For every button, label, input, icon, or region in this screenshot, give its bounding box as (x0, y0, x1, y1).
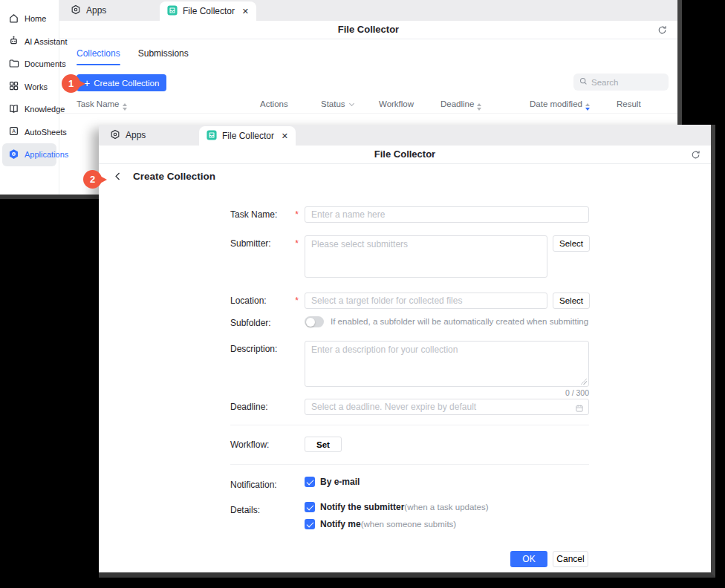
workflow-set-button[interactable]: Set (305, 437, 342, 452)
book-icon (8, 103, 19, 116)
checkbox-checked-icon[interactable] (305, 502, 315, 512)
sidebar-item-autosheets[interactable]: A AutoSheets (0, 121, 59, 144)
app-tab-bar: Apps File Collector (59, 0, 677, 21)
subfolder-label: Subfolder: (230, 315, 305, 328)
details-row: Details: Notify the submitter (when a ta… (230, 502, 489, 529)
deadline-label: Deadline: (230, 399, 305, 412)
submitter-label: Submitter: * (230, 235, 305, 249)
sort-icon-active[interactable] (585, 103, 590, 111)
deadline-input[interactable] (305, 399, 589, 415)
tab-submissions[interactable]: Submissions (138, 48, 189, 65)
notify-submitter-label: Notify the submitter (320, 502, 404, 512)
notify-submitter-hint: (when a task updates) (404, 503, 488, 512)
tab-apps-label: Apps (126, 130, 146, 140)
location-input[interactable] (305, 293, 547, 309)
file-collector-icon (207, 130, 217, 143)
create-collection-heading: Create Collection (113, 171, 215, 182)
task-name-label: Task Name: * (230, 206, 305, 220)
tab-collections[interactable]: Collections (77, 48, 120, 65)
tab-apps-label: Apps (86, 5, 106, 16)
resize-handle-icon[interactable] (581, 379, 587, 385)
location-select-button[interactable]: Select (553, 293, 590, 309)
submitter-input[interactable] (305, 235, 547, 278)
checkbox-checked-icon[interactable] (305, 519, 315, 529)
notification-label: Notification: (230, 477, 305, 490)
sort-icon[interactable] (123, 103, 127, 111)
location-row: Location: * Select (230, 293, 590, 309)
ai-assistant-icon (8, 35, 19, 48)
details-label: Details: (230, 502, 305, 515)
task-name-row: Task Name: * (230, 206, 589, 223)
svg-text:A: A (12, 129, 16, 134)
sidebar-item-documents[interactable]: Documents (0, 53, 59, 76)
create-collection-button[interactable]: Create Collection (77, 74, 166, 91)
folder-icon (8, 58, 19, 71)
sidebar-item-label: Works (25, 82, 48, 91)
workflow-row: Workflow: Set (230, 437, 342, 452)
required-asterisk: * (295, 238, 299, 249)
search-icon (579, 77, 588, 87)
column-status[interactable]: Status (321, 95, 354, 114)
by-email-label: By e-mail (320, 477, 360, 487)
create-collection-label: Create Collection (94, 79, 159, 88)
calendar-icon[interactable] (575, 402, 584, 416)
page-title: File Collector (99, 146, 711, 163)
filter-caret-icon[interactable] (349, 101, 354, 106)
sidebar-item-applications[interactable]: Applications (2, 143, 56, 166)
column-deadline[interactable]: Deadline (440, 95, 481, 114)
notify-submitter-option: Notify the submitter (when a task update… (305, 502, 489, 512)
subfolder-row: Subfolder: If enabled, a subfolder will … (230, 315, 588, 328)
tab-apps[interactable]: Apps (110, 125, 146, 146)
window2-header: File Collector (99, 146, 711, 164)
submitter-select-button[interactable]: Select (553, 235, 590, 252)
page-title: File Collector (59, 21, 677, 39)
search-input[interactable]: Search (573, 74, 669, 91)
table-header-row: Task Name Actions Status Workflow Deadli… (59, 95, 677, 114)
column-task-name[interactable]: Task Name (77, 95, 127, 114)
cancel-button[interactable]: Cancel (553, 551, 588, 567)
window1-header: File Collector (59, 21, 677, 39)
sort-icon[interactable] (477, 103, 481, 111)
subfolder-toggle[interactable] (305, 316, 324, 327)
tab-file-collector[interactable]: File Collector (199, 126, 296, 146)
notify-me-hint: (when someone submits) (361, 520, 456, 529)
column-workflow: Workflow (379, 95, 414, 114)
checkbox-checked-icon[interactable] (305, 477, 315, 487)
applications-icon (8, 148, 19, 161)
grid-icon (8, 80, 19, 93)
char-counter: 0 / 300 (565, 388, 589, 397)
search-placeholder: Search (591, 78, 618, 87)
tab-apps[interactable]: Apps (71, 0, 106, 21)
description-input[interactable] (305, 341, 589, 387)
file-collector-icon (167, 5, 178, 18)
app-tab-bar: Apps File Collector (99, 125, 711, 146)
sidebar-item-home[interactable]: Home (0, 7, 59, 30)
sidebar-item-ai-assistant[interactable]: AI Assistant (0, 30, 59, 53)
sidebar: Home AI Assistant Documents Works Knowle… (0, 0, 59, 195)
ok-button[interactable]: OK (510, 551, 547, 567)
submitter-row: Submitter: * Select (230, 235, 590, 278)
annotation-badge-1: 1 (62, 74, 80, 93)
required-asterisk: * (295, 295, 299, 306)
back-arrow-icon[interactable] (113, 172, 123, 181)
sidebar-item-knowledge[interactable]: Knowledge (0, 98, 59, 121)
refresh-icon[interactable] (657, 24, 667, 38)
sidebar-item-label: Home (25, 14, 46, 23)
description-row: Description: 0 / 300 (230, 341, 589, 397)
refresh-icon[interactable] (691, 149, 700, 163)
close-icon[interactable] (282, 131, 288, 141)
task-name-input[interactable] (305, 206, 589, 223)
deadline-row: Deadline: (230, 399, 589, 415)
workflow-label: Workflow: (230, 437, 305, 450)
home-icon (8, 13, 19, 25)
sidebar-item-works[interactable]: Works (0, 76, 59, 99)
notify-me-option: Notify me (when someone submits) (305, 519, 489, 529)
tab-file-collector[interactable]: File Collector (160, 1, 256, 21)
column-date-modified[interactable]: Date modified (530, 95, 590, 114)
close-icon[interactable] (242, 7, 249, 16)
create-collection-title: Create Collection (133, 171, 215, 182)
apps-gear-icon (71, 4, 81, 17)
tab-file-collector-label: File Collector (183, 6, 235, 16)
collection-nav-tabs: Collections Submissions (77, 48, 189, 65)
autosheets-icon: A (8, 125, 19, 138)
